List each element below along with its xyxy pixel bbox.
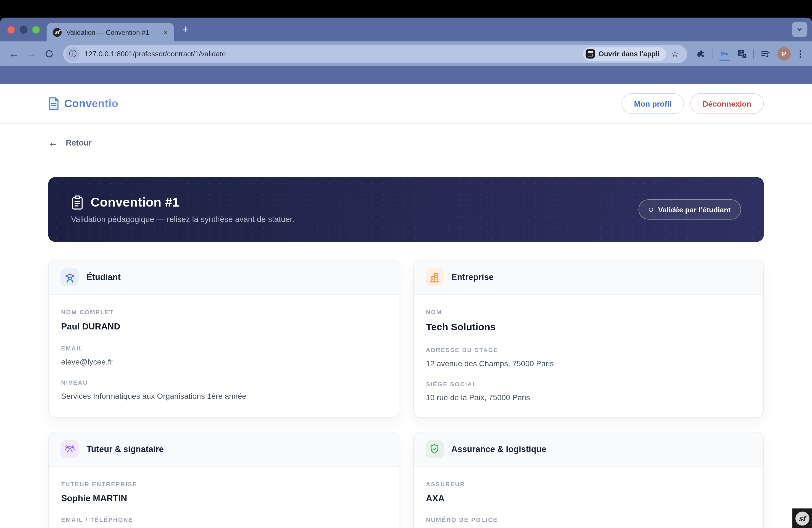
browser-tab[interactable]: sf Validation — Convention #1 × <box>47 23 174 42</box>
users-icon <box>60 440 79 458</box>
reload-icon <box>44 49 54 59</box>
field-email-telephone: EMAIL / TÉLÉPHONE tuteur@entreprise.com … <box>61 517 386 528</box>
site-info-icon[interactable]: ⓘ <box>66 47 80 61</box>
card-title: Tuteur & signataire <box>86 444 164 454</box>
card-title: Entreprise <box>451 272 494 282</box>
tab-search-button[interactable] <box>792 22 807 37</box>
reload-button[interactable] <box>40 45 58 63</box>
field-nom: NOM Tech Solutions <box>426 309 751 335</box>
field-adresse-stage: ADRESSE DU STAGE 12 avenue des Champs, 7… <box>426 347 751 369</box>
field-nom-complet: NOM COMPLET Paul DURAND <box>61 309 386 333</box>
field-siege-social: SIÈGE SOCIAL 10 rue de la Paix, 75000 Pa… <box>426 381 751 404</box>
status-dot-icon <box>649 207 653 211</box>
browser-toolbar: ← → ⓘ 127.0.0.1:8001/professor/contract/… <box>0 41 812 66</box>
new-tab-button[interactable]: + <box>182 23 189 34</box>
shield-check-icon <box>425 440 444 458</box>
minimize-window-button[interactable] <box>19 26 27 34</box>
app-icon <box>585 49 595 59</box>
media-playlist-icon[interactable] <box>756 45 774 63</box>
card-title: Étudiant <box>86 272 121 282</box>
tab-title: Validation — Convention #1 <box>66 28 159 36</box>
logo-text: Conventio <box>64 98 118 110</box>
tab-strip: sf Validation — Convention #1 × + <box>0 18 812 41</box>
symfony-debug-toolbar[interactable]: sf <box>793 509 812 528</box>
symfony-favicon-icon: sf <box>53 28 62 36</box>
open-in-app-chip[interactable]: Ouvrir dans l'appli <box>583 47 666 61</box>
document-logo-icon <box>48 97 59 111</box>
field-numero-police: NUMÉRO DE POLICE 123456789 <box>426 517 751 528</box>
chevron-down-icon <box>795 25 804 34</box>
student-card: Étudiant NOM COMPLET Paul DURAND EMAIL e… <box>48 260 399 417</box>
back-arrow-icon: ← <box>48 138 58 148</box>
forward-button[interactable]: → <box>23 45 41 63</box>
url-text[interactable]: 127.0.0.1:8001/professor/contract/1/vali… <box>85 50 226 58</box>
field-niveau: NIVEAU Services Informatiques aux Organi… <box>61 379 386 402</box>
field-assureur: ASSUREUR AXA <box>426 481 751 505</box>
profile-button[interactable]: Mon profil <box>622 93 684 114</box>
close-window-button[interactable] <box>7 26 15 34</box>
student-icon <box>60 268 79 287</box>
browser-menu-icon[interactable]: ⋮ <box>796 48 805 59</box>
field-email: EMAIL eleve@lycee.fr <box>61 345 386 368</box>
back-link[interactable]: ← Retour <box>48 138 764 148</box>
site-header: Conventio Mon profil Déconnexion <box>0 84 812 124</box>
extensions-puzzle-icon[interactable] <box>692 45 710 63</box>
screen: sf Validation — Convention #1 × + ← → <box>0 0 812 528</box>
symfony-logo-icon: sf <box>795 511 809 526</box>
active-indicator <box>719 60 730 61</box>
contract-banner: Convention #1 Validation pédagogique — r… <box>48 177 764 241</box>
company-card: Entreprise NOM Tech Solutions ADRESSE DU… <box>413 260 764 417</box>
toolbar-separator <box>753 48 754 59</box>
close-tab-icon[interactable]: × <box>163 28 168 36</box>
building-icon <box>425 268 444 287</box>
browser-profile-avatar[interactable]: P <box>777 47 791 61</box>
svg-text:A: A <box>743 54 745 58</box>
address-bar[interactable]: ⓘ 127.0.0.1:8001/professor/contract/1/va… <box>63 45 687 63</box>
password-key-icon[interactable] <box>715 45 733 63</box>
field-tuteur: TUTEUR ENTREPRISE Sophie MARTIN <box>61 481 386 505</box>
card-title: Assurance & logistique <box>451 444 546 454</box>
web-page: Conventio Mon profil Déconnexion ← Retou… <box>0 84 812 528</box>
bookmark-star-icon[interactable]: ☆ <box>671 48 679 59</box>
back-button[interactable]: ← <box>5 45 23 63</box>
page-subtitle: Validation pédagogique — relisez la synt… <box>71 215 294 224</box>
status-badge: Validée par l’étudiant <box>639 200 741 220</box>
browser-window: sf Validation — Convention #1 × + ← → <box>0 18 812 528</box>
tutor-card: Tuteur & signataire TUTEUR ENTREPRISE So… <box>48 431 399 528</box>
translate-icon[interactable]: G A <box>733 45 751 63</box>
logout-button[interactable]: Déconnexion <box>690 93 764 114</box>
clipboard-icon <box>71 195 84 210</box>
insurance-card: Assurance & logistique ASSUREUR AXA NUMÉ… <box>413 431 764 528</box>
fullscreen-window-button[interactable] <box>32 26 40 34</box>
toolbar-separator <box>713 48 713 59</box>
logo[interactable]: Conventio <box>48 97 118 111</box>
page-title: Convention #1 <box>91 195 179 210</box>
